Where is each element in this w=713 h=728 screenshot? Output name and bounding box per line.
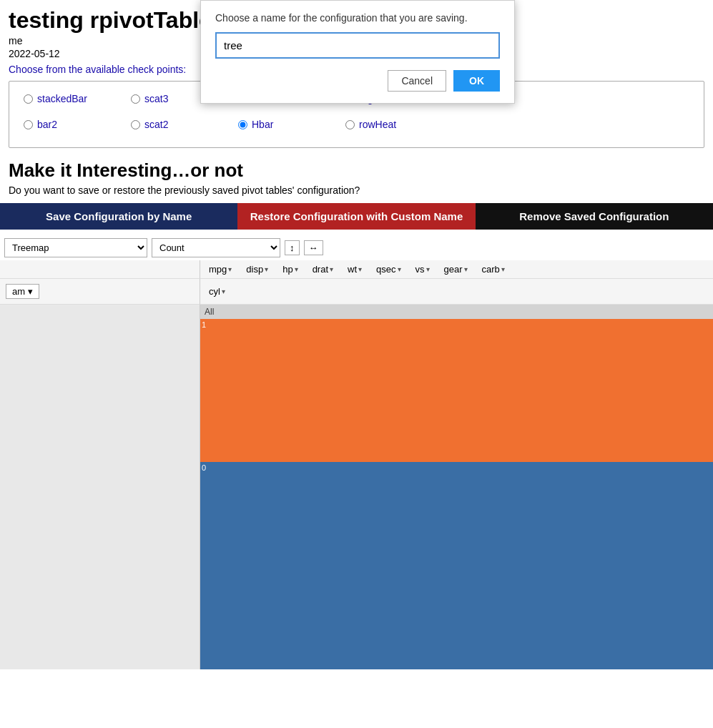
checkpoint-label-stackedBar: stackedBar — [37, 93, 87, 104]
modal-cancel-button[interactable]: Cancel — [388, 70, 446, 92]
section-heading: Make it Interesting…or not — [0, 148, 713, 185]
wt-arrow-icon: ▾ — [358, 265, 362, 273]
modal-ok-button[interactable]: OK — [453, 70, 500, 92]
pivot-right-panel: All 1 0 — [200, 305, 713, 669]
checkpoints-row-2: bar2 scat2 Hbar rowHeat — [21, 114, 692, 134]
col-header-disp[interactable]: disp ▾ — [240, 262, 274, 276]
pivot-controls-row: Treemap Table Table Barchart Heatmap Cou… — [0, 235, 713, 260]
hp-arrow-icon: ▾ — [295, 265, 298, 273]
checkpoint-bar2[interactable]: bar2 — [21, 114, 128, 134]
row-header-cyl[interactable]: cyl ▾ — [203, 285, 231, 298]
drat-arrow-icon: ▾ — [330, 265, 333, 273]
save-config-button[interactable]: Save Configuration by Name — [0, 203, 237, 230]
qsec-arrow-icon: ▾ — [398, 265, 401, 273]
checkpoint-stackedBar[interactable]: stackedBar — [21, 89, 128, 109]
checkpoint-scat2[interactable]: scat2 — [128, 114, 235, 134]
col-row-combined: mpg ▾ disp ▾ hp ▾ drat ▾ wt ▾ qsec ▾ vs … — [0, 260, 713, 279]
mpg-arrow-icon: ▾ — [228, 265, 232, 273]
checkpoint-label-bar2: bar2 — [37, 119, 57, 130]
col-header-carb[interactable]: carb ▾ — [476, 262, 511, 276]
row-header-combined: am ▾ cyl ▾ — [0, 279, 713, 305]
cyl-arrow-icon: ▾ — [222, 287, 225, 295]
pivot-left-panel — [0, 305, 200, 669]
treemap-orange-label: 1 — [202, 320, 206, 329]
col-header-drat[interactable]: drat ▾ — [307, 262, 339, 276]
treemap-header-label: All — [205, 307, 214, 317]
gear-arrow-icon: ▾ — [464, 265, 468, 273]
checkpoint-label-Hbar: Hbar — [252, 119, 273, 130]
modal-buttons: Cancel OK — [215, 70, 500, 92]
col-header-mpg[interactable]: mpg ▾ — [203, 262, 237, 276]
carb-arrow-icon: ▾ — [501, 265, 505, 273]
checkpoint-label-scat3: scat3 — [144, 93, 168, 104]
treemap-orange-block: 1 — [200, 319, 713, 462]
treemap-header: All — [200, 305, 713, 319]
checkpoint-Hbar[interactable]: Hbar — [235, 114, 343, 134]
col-header-gear[interactable]: gear ▾ — [438, 262, 473, 276]
am-arrow-icon: ▾ — [28, 286, 33, 297]
row-header-right: cyl ▾ — [200, 279, 713, 305]
sort-asc-button[interactable]: ↕ — [285, 240, 300, 255]
modal-dialog: Choose a name for the configuration that… — [200, 0, 515, 104]
modal-description: Choose a name for the configuration that… — [215, 12, 500, 24]
renderer-select[interactable]: Treemap Table Table Barchart Heatmap — [4, 238, 147, 257]
treemap-blue-label: 0 — [202, 463, 206, 472]
col-header-wt[interactable]: wt ▾ — [342, 262, 368, 276]
remove-config-button[interactable]: Remove Saved Configuration — [476, 203, 713, 230]
modal-name-input[interactable] — [215, 32, 500, 59]
checkpoint-label-scat2: scat2 — [144, 119, 168, 130]
sort-col-button[interactable]: ↔ — [304, 240, 323, 255]
section-desc: Do you want to save or restore the previ… — [0, 185, 713, 203]
am-filter-button[interactable]: am ▾ — [6, 284, 39, 299]
restore-config-button[interactable]: Restore Configuration with Custom Name — [237, 203, 475, 230]
checkpoint-label-rowHeat: rowHeat — [359, 119, 396, 130]
col-headers-row: mpg ▾ disp ▾ hp ▾ drat ▾ wt ▾ qsec ▾ vs … — [200, 260, 713, 279]
treemap-blue-block: 0 — [200, 462, 713, 669]
disp-arrow-icon: ▾ — [265, 265, 268, 273]
col-header-vs[interactable]: vs ▾ — [410, 262, 436, 276]
vs-arrow-icon: ▾ — [426, 265, 430, 273]
checkpoint-rowHeat[interactable]: rowHeat — [343, 114, 450, 134]
aggregator-select[interactable]: Count Count Unique Values Sum Average — [152, 238, 280, 257]
col-row-left — [0, 260, 200, 279]
col-header-qsec[interactable]: qsec ▾ — [370, 262, 406, 276]
col-header-hp[interactable]: hp ▾ — [277, 262, 303, 276]
row-header-left: am ▾ — [0, 279, 200, 305]
pivot-body: All 1 0 — [0, 305, 713, 669]
action-buttons: Save Configuration by Name Restore Confi… — [0, 203, 713, 230]
pivot-container: Treemap Table Table Barchart Heatmap Cou… — [0, 235, 713, 669]
